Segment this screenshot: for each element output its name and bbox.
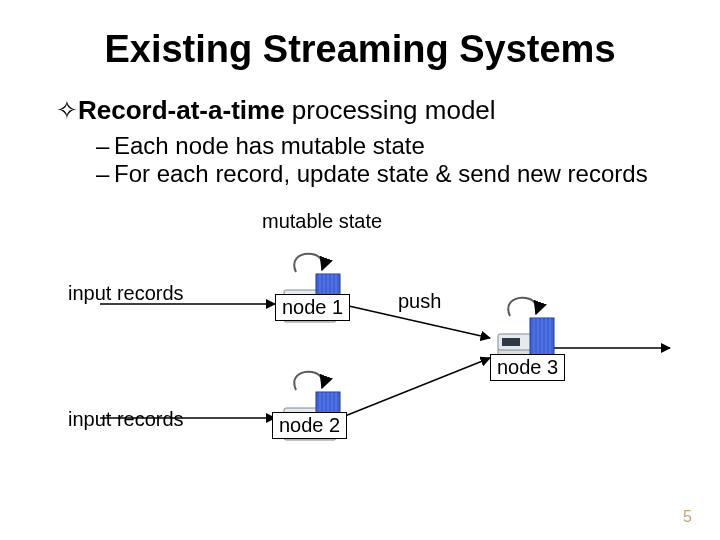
arrow-node2-to-node3 [340, 358, 490, 418]
bullet-diamond-icon: ✧ [56, 95, 78, 126]
svg-rect-20 [502, 338, 520, 346]
bullet-main-bold: Record-at-a-time [78, 95, 285, 125]
node-3-box: node 3 [490, 354, 565, 381]
slide-title: Existing Streaming Systems [50, 28, 670, 71]
dash-icon: – [96, 160, 114, 188]
slide: Existing Streaming Systems ✧Record-at-a-… [0, 0, 720, 540]
arrows-layer [50, 208, 690, 468]
node-1-box: node 1 [275, 294, 350, 321]
bullet-sub-2: –For each record, update state & send ne… [96, 160, 670, 188]
bullet-sub-2-text: For each record, update state & send new… [114, 160, 648, 187]
bullet-main: ✧Record-at-a-time processing model [56, 95, 670, 126]
bullet-sub-1: –Each node has mutable state [96, 132, 670, 160]
bullet-sub-1-text: Each node has mutable state [114, 132, 425, 159]
dash-icon: – [96, 132, 114, 160]
page-number: 5 [683, 508, 692, 526]
bullet-main-rest: processing model [285, 95, 496, 125]
diagram: mutable state input records input record… [50, 208, 690, 468]
node-2-box: node 2 [272, 412, 347, 439]
arrow-node1-to-node3 [340, 304, 490, 338]
